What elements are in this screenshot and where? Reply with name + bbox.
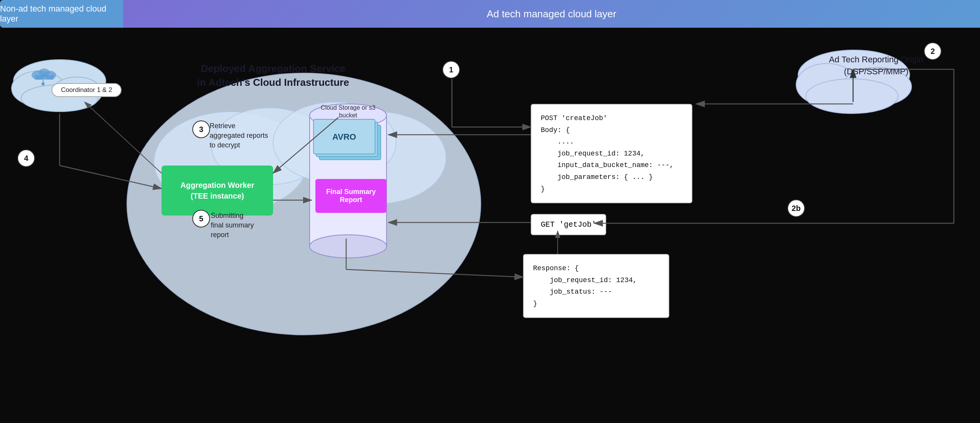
svg-point-20: [806, 79, 898, 114]
response-box: Response: { job_request_id: 1234, job_st…: [523, 254, 669, 318]
step-5-circle: 5: [192, 210, 210, 227]
svg-text:AVRO: AVRO: [332, 132, 356, 142]
svg-point-9: [42, 82, 45, 85]
step-4-circle: 4: [17, 149, 35, 167]
step-1-circle: 1: [442, 61, 460, 79]
step-3-circle: 3: [192, 120, 210, 138]
svg-text:Cloud Storage or s3: Cloud Storage or s3: [321, 104, 375, 111]
main-cloud-title: Deployed Aggregation Service in Adtech's…: [196, 62, 350, 90]
final-summary-report: Final Summary Report: [315, 179, 387, 213]
step-2b-circle: 2b: [787, 199, 805, 217]
step-3-label: Retrieveaggregated reportsto decrypt: [210, 121, 268, 150]
get-job-box: GET 'getJob': [531, 214, 606, 235]
svg-rect-7: [35, 75, 54, 80]
step-2-circle: 2: [924, 42, 942, 60]
post-create-job-box: POST 'createJob'Body: { .... job_request…: [531, 104, 692, 203]
reporting-cloud-title: Ad Tech Reporting Origin (DSP/SSP/MMP): [826, 54, 926, 78]
step-5-label: Submittingfinal summaryreport: [211, 211, 254, 240]
svg-text:Coordinator 1 & 2: Coordinator 1 & 2: [61, 86, 112, 94]
worker-box: Aggregation Worker(TEE instance): [162, 166, 273, 216]
svg-point-23: [310, 235, 387, 258]
